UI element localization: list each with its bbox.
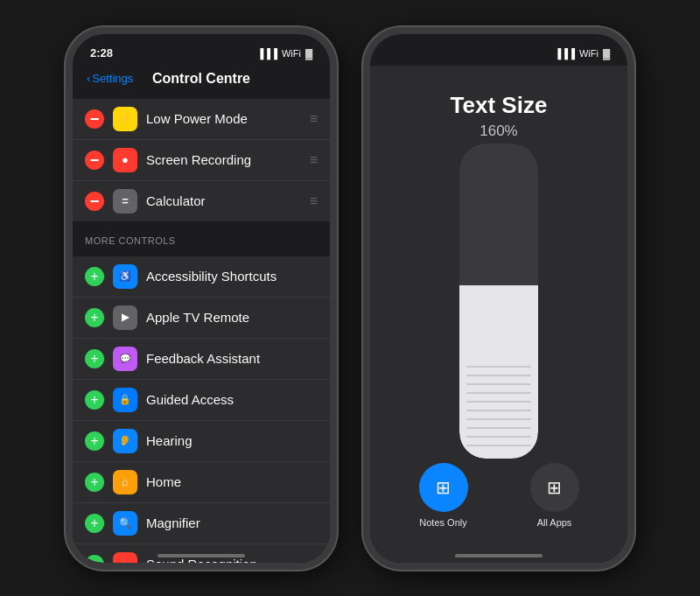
- control-item-screen-recording[interactable]: ● Screen Recording ≡: [73, 140, 330, 181]
- low-power-icon: ⚡: [113, 107, 137, 131]
- slider-line: [466, 445, 531, 446]
- signal-icon-2: ▐▐▐: [555, 48, 575, 59]
- control-name-low-power: Low Power Mode: [146, 111, 301, 126]
- add-button-home[interactable]: [85, 473, 104, 492]
- slider-line: [466, 401, 531, 403]
- remove-button-screen-recording[interactable]: [85, 151, 104, 170]
- control-item-feedback-assistant[interactable]: 💬 Feedback Assistant: [73, 339, 330, 380]
- battery-icon-2: ▓: [603, 48, 610, 59]
- all-apps-button[interactable]: ⊞ All Apps: [530, 463, 579, 528]
- status-bar-1: 2:28 ▐▐▐ WiFi ▓: [73, 34, 330, 66]
- page-title: Control Centre: [152, 71, 250, 87]
- slider-line: [466, 410, 531, 411]
- add-button-accessibility[interactable]: [85, 267, 104, 286]
- phone-1: 2:28 ▐▐▐ WiFi ▓ ‹ Settings Control Centr…: [66, 27, 337, 570]
- chevron-left-icon: ‹: [87, 72, 90, 85]
- magnifier-icon: 🔍: [113, 511, 137, 536]
- control-item-magnifier[interactable]: 🔍 Magnifier: [73, 503, 330, 544]
- add-button-apple-tv[interactable]: [85, 308, 104, 327]
- control-name-guided-access: Guided Access: [146, 392, 318, 407]
- control-name-home: Home: [146, 474, 318, 489]
- back-button[interactable]: ‹ Settings: [87, 72, 133, 85]
- phone2-content: Text Size 160%: [370, 66, 627, 563]
- slider-light-region: [459, 285, 538, 459]
- slider-dark-region: [459, 144, 538, 285]
- more-controls-label: MORE CONTROLS: [73, 228, 330, 249]
- control-item-calculator[interactable]: = Calculator ≡: [73, 181, 330, 221]
- phone1-content: ‹ Settings Control Centre ⚡ Low Power Mo…: [73, 66, 330, 563]
- bottom-buttons: ⊞ Notes Only ⊞ All Apps: [370, 463, 627, 563]
- status-icons-1: ▐▐▐ WiFi ▓: [257, 48, 312, 59]
- slider-line: [466, 427, 531, 429]
- slider-line: [466, 392, 531, 394]
- notes-only-label: Notes Only: [419, 517, 466, 528]
- add-button-guided-access[interactable]: [85, 390, 104, 410]
- text-size-title: Text Size: [451, 92, 548, 119]
- slider-line: [466, 418, 531, 420]
- control-name-apple-tv-remote: Apple TV Remote: [146, 310, 318, 325]
- notes-only-button[interactable]: ⊞ Notes Only: [419, 463, 468, 528]
- control-item-low-power[interactable]: ⚡ Low Power Mode ≡: [73, 99, 330, 140]
- drag-handle-calculator[interactable]: ≡: [310, 193, 318, 209]
- included-controls-list: ⚡ Low Power Mode ≡ ● Screen Recording ≡ …: [73, 99, 330, 221]
- notes-only-circle: ⊞: [419, 463, 468, 512]
- control-name-accessibility-shortcuts: Accessibility Shortcuts: [146, 269, 318, 284]
- control-name-sound-recognition: Sound Recognition: [146, 557, 318, 563]
- home-indicator-2: [455, 554, 542, 557]
- apple-tv-remote-icon: ▶: [113, 305, 137, 330]
- accessibility-shortcuts-icon: ♿: [113, 264, 137, 289]
- back-label[interactable]: Settings: [92, 72, 133, 85]
- text-size-percent: 160%: [480, 123, 517, 140]
- add-button-magnifier[interactable]: [85, 514, 104, 533]
- status-bar-2: ▐▐▐ WiFi ▓: [370, 34, 627, 66]
- all-apps-layers-icon: ⊞: [547, 477, 562, 498]
- sound-recognition-icon: ♫: [113, 552, 137, 563]
- home-indicator-1: [158, 554, 245, 557]
- wifi-icon: WiFi: [282, 48, 301, 59]
- control-name-feedback-assistant: Feedback Assistant: [146, 351, 318, 366]
- screen-recording-icon: ●: [113, 148, 137, 172]
- slider-line: [466, 383, 531, 385]
- remove-button-calculator[interactable]: [85, 192, 104, 211]
- drag-handle-screen-recording[interactable]: ≡: [310, 152, 318, 168]
- control-item-guided-access[interactable]: 🔒 Guided Access: [73, 380, 330, 421]
- all-apps-label: All Apps: [537, 517, 572, 528]
- wifi-icon-2: WiFi: [579, 48, 598, 59]
- control-item-home[interactable]: ⌂ Home: [73, 462, 330, 503]
- add-button-feedback[interactable]: [85, 349, 104, 368]
- feedback-assistant-icon: 💬: [113, 347, 137, 371]
- remove-button-low-power[interactable]: [85, 109, 104, 129]
- slider-container: [370, 140, 627, 463]
- drag-handle-low-power[interactable]: ≡: [310, 111, 318, 127]
- control-name-calculator: Calculator: [146, 193, 301, 208]
- control-name-magnifier: Magnifier: [146, 515, 318, 530]
- nav-bar-1: ‹ Settings Control Centre: [73, 66, 330, 92]
- signal-icon: ▐▐▐: [257, 48, 277, 59]
- control-item-accessibility-shortcuts[interactable]: ♿ Accessibility Shortcuts: [73, 256, 330, 298]
- all-apps-circle: ⊞: [530, 463, 579, 512]
- status-time-1: 2:28: [90, 46, 113, 60]
- slider-line: [466, 375, 531, 376]
- slider-line: [466, 436, 531, 438]
- status-icons-2: ▐▐▐ WiFi ▓: [555, 48, 610, 59]
- add-button-sound-recognition[interactable]: [85, 555, 104, 563]
- calculator-icon: =: [113, 189, 137, 214]
- battery-icon: ▓: [305, 48, 312, 59]
- notes-layers-icon: ⊞: [436, 477, 451, 498]
- guided-access-icon: 🔒: [113, 388, 137, 412]
- control-name-screen-recording: Screen Recording: [146, 152, 301, 167]
- phone-2: ▐▐▐ WiFi ▓ Text Size 160%: [363, 27, 634, 570]
- slider-line: [466, 366, 531, 368]
- hearing-icon: 👂: [113, 429, 137, 453]
- control-name-hearing: Hearing: [146, 433, 318, 448]
- add-button-hearing[interactable]: [85, 431, 104, 451]
- control-item-apple-tv-remote[interactable]: ▶ Apple TV Remote: [73, 298, 330, 339]
- control-item-hearing[interactable]: 👂 Hearing: [73, 421, 330, 462]
- home-icon: ⌂: [113, 470, 137, 494]
- slider-lines: [459, 361, 538, 459]
- text-size-slider[interactable]: [459, 144, 538, 459]
- more-controls-list: ♿ Accessibility Shortcuts ▶ Apple TV Rem…: [73, 256, 330, 563]
